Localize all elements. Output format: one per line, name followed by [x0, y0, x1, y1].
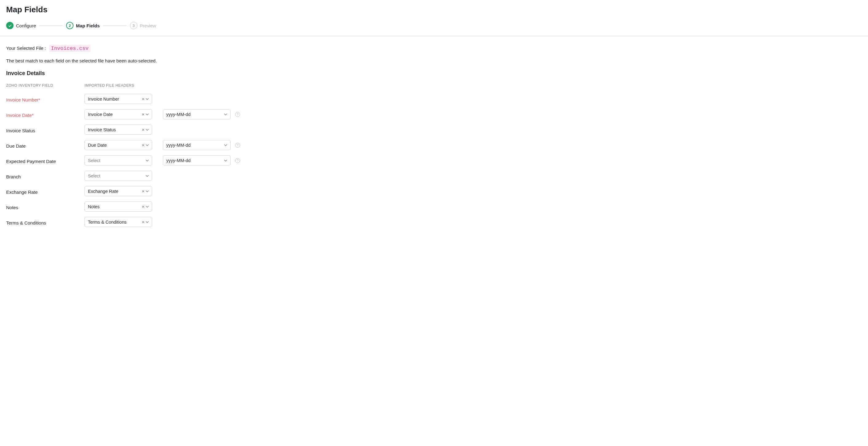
step-label-preview: Preview: [140, 23, 156, 28]
date-format-value: yyyy-MM-dd: [166, 112, 224, 117]
select-value: Exchange Rate: [88, 189, 142, 194]
chevron-down-icon: [146, 220, 149, 224]
date-format-value: yyyy-MM-dd: [166, 143, 224, 148]
select-controls: ×: [142, 143, 149, 147]
header-select[interactable]: Terms & Conditions×: [85, 217, 152, 227]
chevron-down-icon: [224, 144, 227, 147]
clear-icon[interactable]: ×: [142, 112, 145, 117]
chevron-down-icon: [146, 128, 149, 131]
step-configure[interactable]: Configure: [6, 22, 36, 29]
mapping-row: Expected Payment DateSelectyyyy-MM-dd?: [6, 155, 862, 166]
selected-file-label: Your Selected File :: [6, 46, 46, 51]
mapping-row: Invoice Number*Invoice Number×: [6, 94, 862, 104]
clear-icon[interactable]: ×: [142, 96, 145, 101]
select-controls: [146, 174, 149, 177]
select-value: Terms & Conditions: [88, 219, 142, 225]
clear-icon[interactable]: ×: [142, 143, 145, 147]
chevron-down-icon: [146, 144, 149, 147]
header-select[interactable]: Invoice Date×: [85, 109, 152, 119]
mapping-row: Invoice Date*Invoice Date×yyyy-MM-dd?: [6, 109, 862, 119]
field-label: Expected Payment Date: [6, 157, 85, 164]
header-select[interactable]: Due Date×: [85, 140, 152, 150]
date-format-select[interactable]: yyyy-MM-dd: [163, 140, 230, 150]
select-controls: ×: [142, 189, 149, 194]
date-format-value: yyyy-MM-dd: [166, 158, 224, 163]
mapping-header-row: ZOHO INVENTORY FIELD IMPORTED FILE HEADE…: [6, 83, 862, 88]
chevron-down-icon: [146, 113, 149, 116]
clear-icon[interactable]: ×: [142, 189, 145, 194]
section-title-invoice-details: Invoice Details: [6, 70, 862, 77]
select-value: Select: [88, 174, 146, 178]
select-value: Invoice Number: [88, 96, 142, 101]
stepper: Configure 2 Map Fields 3 Preview: [0, 18, 868, 36]
header-select[interactable]: Select: [85, 155, 152, 166]
header-select[interactable]: Invoice Number×: [85, 94, 152, 104]
step-preview[interactable]: 3 Preview: [130, 22, 156, 29]
step-label-map-fields: Map Fields: [76, 23, 100, 28]
header-select[interactable]: Notes×: [85, 202, 152, 212]
help-icon[interactable]: ?: [235, 143, 240, 148]
help-icon[interactable]: ?: [235, 158, 240, 163]
chevron-down-icon: [146, 190, 149, 193]
step-number-2: 2: [66, 22, 73, 29]
select-controls: [146, 159, 149, 162]
date-format-select[interactable]: yyyy-MM-dd: [163, 155, 230, 166]
selected-file-line: Your Selected File : Invoices.csv: [6, 46, 862, 51]
select-controls: ×: [142, 219, 149, 224]
field-label: Invoice Number*: [6, 95, 85, 102]
mapping-row: BranchSelect: [6, 171, 862, 181]
mapping-row: Exchange RateExchange Rate×: [6, 186, 862, 196]
clear-icon[interactable]: ×: [142, 204, 145, 209]
help-icon[interactable]: ?: [235, 112, 240, 117]
select-value: Invoice Date: [88, 112, 142, 117]
field-label: Terms & Conditions: [6, 218, 85, 226]
select-value: Select: [88, 158, 146, 163]
step-check-icon: [6, 22, 13, 29]
step-label-configure: Configure: [16, 23, 36, 28]
chevron-down-icon: [146, 174, 149, 177]
step-number-3: 3: [130, 22, 137, 29]
chevron-down-icon: [224, 159, 227, 162]
select-value: Invoice Status: [88, 127, 142, 132]
chevron-down-icon: [146, 159, 149, 162]
mapping-row: Due DateDue Date×yyyy-MM-dd?: [6, 140, 862, 150]
chevron-down-icon: [146, 205, 149, 208]
header-select[interactable]: Exchange Rate×: [85, 186, 152, 196]
field-label: Due Date: [6, 142, 85, 149]
header-select[interactable]: Select: [85, 171, 152, 181]
chevron-down-icon: [224, 113, 227, 116]
mapping-rows-container: Invoice Number*Invoice Number×Invoice Da…: [6, 94, 862, 227]
date-format-select[interactable]: yyyy-MM-dd: [163, 109, 230, 119]
select-value: Due Date: [88, 143, 142, 148]
step-divider: [103, 26, 127, 26]
field-label: Invoice Status: [6, 126, 85, 133]
mapping-row: NotesNotes×: [6, 202, 862, 212]
select-controls: ×: [142, 96, 149, 101]
field-label: Exchange Rate: [6, 188, 85, 195]
mapping-row: Terms & ConditionsTerms & Conditions×: [6, 217, 862, 227]
column-header-zoho-field: ZOHO INVENTORY FIELD: [6, 83, 85, 88]
field-label: Invoice Date*: [6, 111, 85, 118]
step-divider: [39, 26, 63, 26]
mapping-row: Invoice StatusInvoice Status×: [6, 125, 862, 135]
field-label: Notes: [6, 203, 85, 210]
step-map-fields[interactable]: 2 Map Fields: [66, 22, 100, 29]
clear-icon[interactable]: ×: [142, 127, 145, 132]
field-label: Branch: [6, 172, 85, 179]
info-text: The best match to each field on the sele…: [6, 58, 862, 63]
page-title: Map Fields: [0, 0, 868, 18]
selected-file-name: Invoices.csv: [49, 45, 90, 52]
column-header-imported-headers: IMPORTED FILE HEADERS: [85, 83, 158, 88]
clear-icon[interactable]: ×: [142, 219, 145, 224]
select-controls: ×: [142, 127, 149, 132]
content-area: Your Selected File : Invoices.csv The be…: [0, 36, 868, 241]
select-value: Notes: [88, 204, 142, 209]
chevron-down-icon: [146, 97, 149, 100]
select-controls: ×: [142, 112, 149, 117]
select-controls: ×: [142, 204, 149, 209]
header-select[interactable]: Invoice Status×: [85, 125, 152, 135]
